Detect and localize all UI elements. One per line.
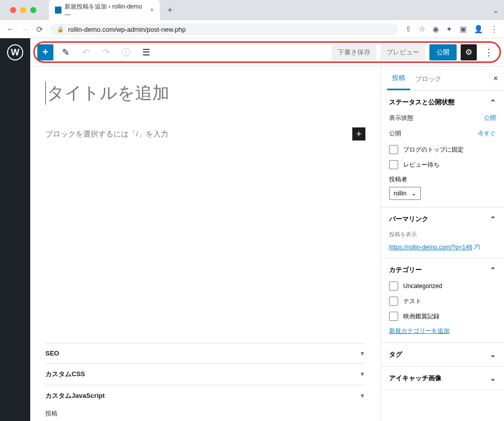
chevron-down-icon: ▼ (359, 371, 365, 378)
external-link-icon (474, 245, 479, 250)
publish-date-label: 公開 (389, 129, 401, 138)
panel-permalink-toggle[interactable]: パーマリンク⌃ (389, 215, 496, 224)
default-block[interactable]: ブロックを選択するには「/」を入力 + (45, 127, 365, 141)
panel-status-toggle[interactable]: ステータスと公開状態⌃ (389, 98, 496, 107)
outline-button[interactable]: ☰ (138, 44, 154, 60)
publish-date-value[interactable]: 今すぐ (478, 129, 496, 138)
author-select[interactable]: rollin⌄ (389, 187, 421, 200)
tab-title: 新規投稿を追加 ‹ rollin-demo — (65, 3, 143, 18)
panel-permalink: パーマリンク⌃ 投稿を表示 https://rollin-demo.com/?p… (381, 207, 504, 258)
window-controls (10, 7, 36, 13)
favicon-icon (55, 7, 61, 14)
pending-checkbox[interactable] (389, 160, 398, 169)
undo-button[interactable]: ↶ (78, 44, 94, 60)
extensions-icon[interactable]: ✦ (446, 25, 453, 34)
redo-button[interactable]: ↷ (98, 44, 114, 60)
visibility-value[interactable]: 公開 (484, 114, 496, 122)
browser-tab[interactable]: 新規投稿を追加 ‹ rollin-demo — × (49, 0, 160, 21)
reload-button[interactable]: ⟳ (36, 25, 43, 34)
minimize-window-icon[interactable] (20, 7, 26, 13)
pending-label: レビュー待ち (403, 161, 439, 169)
chevron-down-icon: ▼ (359, 350, 365, 357)
forward-button[interactable]: → (21, 25, 29, 34)
chevron-down-icon: ⌄ (411, 190, 416, 197)
sticky-label: ブログのトップに固定 (403, 146, 464, 154)
meta-box-custom-css[interactable]: カスタムCSS▼ (45, 363, 365, 385)
panel-featured-image: アイキャッチ画像⌄ (381, 367, 504, 390)
editor-main: + ✎ ↶ ↷ ⓘ ☰ 下書き保存 プレビュー 公開 ⚙ ⋮ タイトルを追加 ブ… (30, 38, 504, 421)
address-bar: ← → ⟳ 🔒 rollin-demo.com/wp-admin/post-ne… (0, 20, 504, 38)
permalink-url[interactable]: https://rollin-demo.com/?p=146 (389, 244, 479, 251)
chevron-down-icon[interactable]: ⌄ (492, 6, 499, 15)
block-placeholder: ブロックを選択するには「/」を入力 (45, 129, 168, 139)
category-label: テスト (403, 297, 421, 306)
publish-button[interactable]: 公開 (429, 44, 457, 60)
browser-chrome: 新規投稿を追加 ‹ rollin-demo — × + ⌄ ← → ⟳ 🔒 ro… (0, 0, 504, 38)
wordpress-logo-icon[interactable]: W (7, 44, 23, 60)
lock-icon: 🔒 (57, 26, 64, 33)
panel-categories: カテゴリー⌃ Uncategorized テスト 映画鑑賞記録 新規カテゴリーを… (381, 258, 504, 343)
category-checkbox[interactable] (389, 312, 398, 321)
tab-post[interactable]: 投稿 (387, 66, 410, 90)
panel-status: ステータスと公開状態⌃ 表示状態公開 公開今すぐ ブログのトップに固定 レビュー… (381, 91, 504, 207)
chevron-up-icon: ⌃ (490, 215, 496, 223)
close-tab-icon[interactable]: × (150, 7, 154, 14)
url-field[interactable]: 🔒 rollin-demo.com/wp-admin/post-new.php (50, 24, 398, 35)
visibility-label: 表示状態 (389, 114, 413, 122)
tab-bar: 新規投稿を追加 ‹ rollin-demo — × + ⌄ (0, 0, 504, 20)
settings-button[interactable]: ⚙ (461, 44, 477, 60)
sticky-checkbox[interactable] (389, 145, 398, 154)
settings-sidebar: 投稿 ブロック × ステータスと公開状態⌃ 表示状態公開 公開今すぐ ブログのト… (381, 66, 504, 421)
sidepanel-icon[interactable]: ▣ (460, 25, 467, 34)
details-button[interactable]: ⓘ (118, 44, 134, 60)
chevron-down-icon: ⌄ (490, 374, 496, 382)
post-title-input[interactable]: タイトルを追加 (45, 82, 365, 105)
profile-icon[interactable]: 👤 (474, 25, 483, 34)
preview-button[interactable]: プレビュー (381, 44, 425, 60)
chevron-up-icon: ⌃ (490, 266, 496, 274)
chevron-down-icon: ⌄ (490, 350, 496, 359)
meta-box-seo[interactable]: SEO▼ (45, 343, 365, 363)
meta-box-custom-js[interactable]: カスタムJavaScript▼ (45, 385, 365, 406)
close-sidebar-button[interactable]: × (493, 74, 498, 83)
category-label: Uncategorized (403, 283, 442, 290)
category-checkbox[interactable] (389, 282, 398, 291)
view-post-label: 投稿を表示 (389, 231, 496, 238)
url-text: rollin-demo.com/wp-admin/post-new.php (68, 26, 185, 33)
block-inserter-button[interactable]: + (37, 44, 53, 60)
options-button[interactable]: ⋮ (481, 44, 497, 60)
meta-boxes: SEO▼ カスタムCSS▼ カスタムJavaScript▼ 投稿 (45, 343, 365, 421)
tab-block[interactable]: ブロック (410, 67, 447, 90)
wp-admin-bar: W (0, 38, 30, 421)
menu-icon[interactable]: ⋮ (490, 25, 498, 34)
category-label: 映画鑑賞記録 (403, 312, 439, 321)
close-window-icon[interactable] (10, 7, 16, 13)
chevron-up-icon: ⌃ (490, 98, 496, 106)
panel-tags-toggle[interactable]: タグ⌄ (389, 350, 496, 359)
back-button[interactable]: ← (6, 25, 14, 34)
star-icon[interactable]: ☆ (419, 25, 425, 34)
document-type-label: 投稿 (45, 406, 365, 421)
add-block-button[interactable]: + (352, 127, 365, 141)
add-category-link[interactable]: 新規カテゴリーを追加 (389, 327, 450, 335)
save-draft-button[interactable]: 下書き保存 (332, 44, 376, 60)
content-area: タイトルを追加 ブロックを選択するには「/」を入力 + SEO▼ カスタムCSS… (30, 66, 381, 421)
category-checkbox[interactable] (389, 297, 398, 306)
editor-body: タイトルを追加 ブロックを選択するには「/」を入力 + SEO▼ カスタムCSS… (30, 66, 504, 421)
sidebar-tabs: 投稿 ブロック × (381, 66, 504, 91)
camera-icon[interactable]: ◉ (432, 25, 439, 34)
editor-toolbar: + ✎ ↶ ↷ ⓘ ☰ 下書き保存 プレビュー 公開 ⚙ ⋮ (30, 38, 504, 66)
author-label: 投稿者 (389, 175, 496, 184)
wordpress-editor: W + ✎ ↶ ↷ ⓘ ☰ 下書き保存 プレビュー 公開 ⚙ ⋮ タイトルを追加 (0, 38, 504, 421)
panel-categories-toggle[interactable]: カテゴリー⌃ (389, 265, 496, 274)
edit-tool-button[interactable]: ✎ (57, 44, 74, 60)
share-icon[interactable]: ⇧ (405, 25, 412, 34)
panel-featured-toggle[interactable]: アイキャッチ画像⌄ (389, 374, 496, 383)
chevron-down-icon: ▼ (359, 392, 365, 399)
maximize-window-icon[interactable] (30, 7, 36, 13)
new-tab-button[interactable]: + (167, 5, 173, 16)
panel-tags: タグ⌄ (381, 343, 504, 367)
